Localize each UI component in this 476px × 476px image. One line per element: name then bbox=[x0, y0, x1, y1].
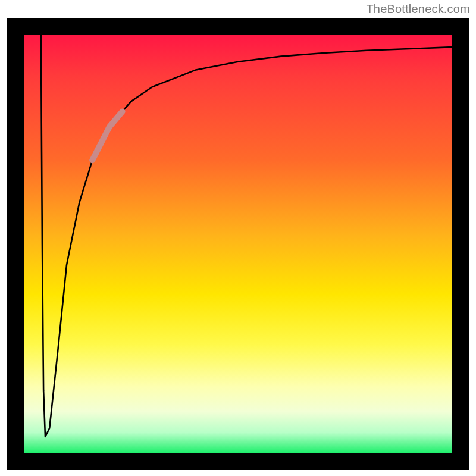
main-curve bbox=[41, 35, 452, 437]
highlight-segment bbox=[92, 112, 122, 161]
plot-area bbox=[24, 35, 452, 453]
plot-frame bbox=[7, 18, 469, 470]
curve-svg bbox=[24, 35, 452, 453]
chart-container: TheBottleneck.com bbox=[0, 0, 476, 476]
attribution-label: TheBottleneck.com bbox=[366, 2, 470, 16]
